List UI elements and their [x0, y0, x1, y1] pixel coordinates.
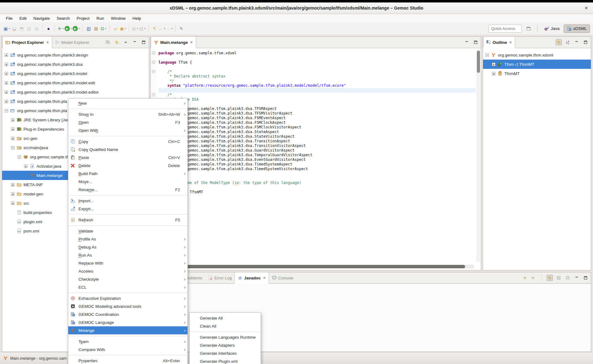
link-editor-button[interactable] [556, 39, 562, 45]
next-annotation-button[interactable]: ▩▾ [139, 25, 146, 32]
expand-icon[interactable]: + [11, 183, 15, 186]
forward-button[interactable]: →▾ [166, 25, 173, 32]
tree-item-org-gemoc-sample-tfsm-plaink3-model-edit[interactable]: +Morg.gemoc.sample.tfsm.plaink3.model.ed… [2, 78, 149, 87]
new-wizard-button[interactable]: ▣▾ [3, 25, 10, 32]
minimize-button[interactable] [574, 275, 580, 281]
fold-collapse-icon[interactable]: − [152, 51, 155, 55]
menubar-item-run[interactable]: Run [93, 15, 107, 22]
menu-item-export[interactable]: Export... [68, 205, 187, 213]
code-line[interactable]: package org.gemoc.sample.tfsm.xdsml [158, 51, 475, 56]
expand-icon[interactable]: + [11, 192, 15, 196]
menu-item-checkstyle[interactable]: Checkstyle› [68, 275, 187, 283]
menu-item-gemoc-language[interactable]: GEMOC Language› [68, 318, 187, 326]
menu-item-debug-as[interactable]: Debug As› [68, 243, 187, 251]
menu-item-validate[interactable]: Validate [68, 227, 187, 235]
expand-icon[interactable]: + [5, 100, 8, 103]
menu-item-gemoc-modeling-advanced-tools[interactable]: MGEMOC Modeling advanced tools› [68, 302, 187, 310]
expand-icon[interactable]: + [5, 81, 8, 85]
collapse-icon[interactable]: − [11, 146, 15, 149]
new-gemoc-button[interactable]: G▾ [100, 25, 107, 32]
tab-model-explorer[interactable]: Model Explorer [52, 37, 92, 48]
code-line[interactable]: with org.gemoc.sample.tfsm.plaink3.dsa.T… [158, 162, 475, 167]
minimize-button[interactable] [132, 39, 138, 45]
menu-item-build-path[interactable]: Build Path› [68, 169, 187, 178]
fold-collapse-icon[interactable]: − [152, 93, 155, 96]
fold-collapse-icon[interactable]: − [152, 61, 155, 64]
menu-item-import[interactable]: Import... [68, 197, 187, 205]
fold-collapse-icon[interactable]: − [152, 70, 155, 73]
code-line[interactable]: language Tfsm { [158, 60, 475, 65]
code-line[interactable] [158, 65, 475, 69]
tab-close-icon[interactable]: ✕ [509, 40, 512, 44]
tab-close-icon[interactable]: ✕ [46, 40, 49, 44]
back-nav-button[interactable] [521, 275, 528, 281]
tab-close-icon[interactable]: ✕ [263, 276, 266, 280]
menubar-item-search[interactable]: Search [53, 15, 73, 22]
horizontal-scrollbar-thumb[interactable] [153, 265, 465, 268]
open-console-button[interactable] [565, 275, 571, 281]
expand-icon[interactable]: + [11, 137, 15, 140]
code-line[interactable]: /* [158, 93, 475, 97]
tree-item-tfsm-tfsmmt[interactable]: +Tfsm ◁ TfsmMT [483, 60, 591, 69]
menubar-item-file[interactable]: File [2, 15, 16, 22]
link-editor-button[interactable] [114, 39, 120, 45]
menu-item-team[interactable]: Team› [68, 337, 187, 345]
menu-item-gemoc-coordination[interactable]: GEMOC Coordination› [68, 310, 187, 318]
code-line[interactable]: exactType TfsmMT [158, 190, 475, 195]
menu-item-generate-languages-runtime[interactable]: Generate Languages Runtime [190, 333, 261, 341]
menu-item-show-in[interactable]: Show InShift+Alt+W› [68, 110, 187, 118]
print-button[interactable]: ▤ [26, 25, 32, 32]
tree-item-org-gemoc-sample-tfsm-xdsml[interactable]: −org.gemoc.sample.tfsm.xdsml [483, 50, 591, 60]
quick-access-input[interactable] [489, 25, 522, 33]
menu-item-acceleo[interactable]: Acceleo› [68, 267, 187, 275]
tab-close-icon[interactable]: ✕ [190, 40, 193, 44]
tab-outline[interactable]: Outline✕ [483, 37, 515, 48]
search-button[interactable]: ◉▾ [120, 25, 126, 32]
expand-icon[interactable]: + [5, 53, 8, 57]
menubar-item-navigate[interactable]: Navigate [30, 15, 53, 22]
code-line[interactable]: with org.gemoc.sample.tfsm.plaink3.dsa.T… [158, 144, 475, 148]
code-line[interactable] [158, 185, 475, 190]
menu-item-clean-all[interactable]: Clean All [190, 322, 261, 330]
menubar-item-project[interactable]: Project [73, 15, 93, 22]
code-area[interactable]: package org.gemoc.sample.tfsm.xdsmllangu… [157, 48, 475, 263]
sort-button[interactable]: az [565, 39, 571, 45]
menu-item-melange[interactable]: Melange› [68, 326, 187, 334]
expand-icon[interactable]: + [492, 72, 495, 75]
tab-javadoc[interactable]: @Javadoc✕ [234, 272, 269, 284]
new-model-button[interactable]: ▥ [85, 25, 92, 32]
editor-content[interactable]: −−−− package org.gemoc.sample.tfsm.xdsml… [151, 48, 481, 270]
tab-console[interactable]: Console [269, 272, 296, 283]
menu-item-exhaustive-exploration[interactable]: csExhaustive Exploration› [68, 294, 187, 302]
code-line[interactable]: */ [158, 79, 475, 83]
menu-item-run-as[interactable]: Run As› [68, 251, 187, 259]
last-edit-button[interactable]: ↰ [151, 25, 158, 32]
code-line[interactable] [158, 88, 475, 93]
maximize-button[interactable] [473, 39, 479, 45]
save-button[interactable]: ⬓ [11, 25, 18, 32]
menu-item-replace-with[interactable]: Replace With› [68, 259, 187, 267]
menu-item-open[interactable]: OpenF3 [68, 118, 187, 126]
vertical-scrollbar-thumb[interactable] [477, 51, 480, 73]
dropdown-chevron-icon[interactable]: ▾ [79, 27, 80, 30]
dropdown-chevron-icon[interactable]: ▾ [137, 27, 138, 30]
tree-item-org-gemoc-sample-tfsm-plaink3-model-editor[interactable]: +Morg.gemoc.sample.tfsm.plaink3.model.ed… [2, 87, 149, 97]
link-editor-button[interactable] [547, 275, 553, 281]
window-close-button[interactable]: ✕ [584, 6, 588, 10]
menu-item-properties[interactable]: PropertiesAlt+Enter [68, 357, 187, 364]
menu-item-generate-interfaces[interactable]: Generate Interfaces [190, 349, 261, 357]
collapse-icon[interactable]: − [486, 53, 489, 57]
new-flower-button[interactable]: ✳▾ [57, 25, 64, 32]
dropdown-chevron-icon[interactable]: ▾ [145, 27, 146, 30]
code-line[interactable] [158, 171, 475, 176]
menu-item-rename[interactable]: Rename...F2 [68, 186, 187, 194]
collapse-all-button[interactable] [105, 39, 111, 45]
tab-project-explorer[interactable]: Project Explorer✕ [2, 37, 52, 48]
code-line[interactable]: */ [158, 102, 475, 107]
dropdown-chevron-icon[interactable]: ▾ [62, 27, 64, 30]
maximize-button[interactable] [582, 275, 589, 281]
code-line[interactable]: * Declare DSA [158, 97, 475, 102]
menubar-item-edit[interactable]: Edit [16, 15, 30, 22]
expand-icon[interactable]: + [24, 165, 27, 168]
view-menu-button[interactable] [123, 39, 129, 45]
